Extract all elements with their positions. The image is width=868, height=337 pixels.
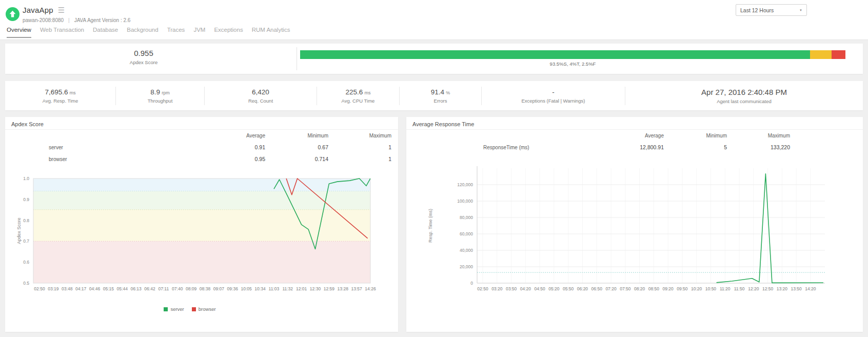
apdex-chart-legend: serverbrowser <box>5 306 374 312</box>
svg-text:05:15: 05:15 <box>103 286 114 291</box>
svg-text:40,000: 40,000 <box>460 248 473 253</box>
tab-database[interactable]: Database <box>93 27 118 38</box>
response-time-stats-table: AverageMinimumMaximumResponseTime (ms)12… <box>406 130 790 153</box>
tab-jvm[interactable]: JVM <box>193 27 205 38</box>
svg-text:11:20: 11:20 <box>720 286 731 291</box>
metric-value: 91.4% <box>431 88 450 96</box>
svg-text:08:50: 08:50 <box>648 286 660 291</box>
metric-value: 6,420 <box>252 88 269 96</box>
tab-background[interactable]: Background <box>127 27 158 38</box>
svg-text:13:50: 13:50 <box>791 286 802 291</box>
svg-text:02:50: 02:50 <box>477 286 488 291</box>
column-header-maximum: Maximum <box>727 130 790 142</box>
svg-text:13:20: 13:20 <box>777 286 788 291</box>
panel-title: Apdex Score <box>11 121 44 127</box>
svg-text:04:20: 04:20 <box>520 286 531 291</box>
legend-item-browser[interactable]: browser <box>192 306 216 312</box>
svg-text:10:20: 10:20 <box>691 286 702 291</box>
svg-text:10:50: 10:50 <box>705 286 717 291</box>
tab-traces[interactable]: Traces <box>167 27 185 38</box>
tab-exceptions[interactable]: Exceptions <box>214 27 243 38</box>
svg-text:06:42: 06:42 <box>144 286 155 291</box>
metric-value: Apr 27, 2016 2:40:48 PM <box>701 88 787 96</box>
menu-icon[interactable]: ☰ <box>58 6 65 14</box>
svg-text:09:20: 09:20 <box>662 286 674 291</box>
avg-response-time-panel: Average Response Time AverageMinimumMaxi… <box>406 117 863 332</box>
apdex-segment-tolerating <box>810 50 832 59</box>
svg-text:09:36: 09:36 <box>227 286 239 291</box>
svg-text:14:26: 14:26 <box>365 286 376 291</box>
svg-text:09:07: 09:07 <box>213 286 225 291</box>
tab-bar: OverviewWeb TransactionDatabaseBackgroun… <box>7 27 290 38</box>
metric-agent-last-communicated: Apr 27, 2016 2:40:48 PMAgent last commun… <box>625 88 863 104</box>
svg-text:04:50: 04:50 <box>534 286 545 291</box>
metric-avg-resp-time: 7,695.6msAvg. Resp. Time <box>5 88 115 104</box>
svg-text:04:46: 04:46 <box>89 286 101 291</box>
svg-text:80,000: 80,000 <box>460 215 473 220</box>
metric-unit: ms <box>70 90 76 95</box>
metric-label: Avg. CPU Time <box>342 98 375 104</box>
svg-text:Resp. Time (ms): Resp. Time (ms) <box>428 209 433 243</box>
svg-text:13:28: 13:28 <box>338 286 349 291</box>
metric-req-count: 6,420Req. Count <box>205 88 317 104</box>
svg-text:07:11: 07:11 <box>159 286 169 291</box>
svg-text:13:57: 13:57 <box>351 286 362 291</box>
browser-maximum: 1 <box>328 153 391 165</box>
svg-text:0.6: 0.6 <box>23 260 29 265</box>
app-title: JavaApp <box>23 6 53 14</box>
svg-text:11:32: 11:32 <box>282 286 293 291</box>
svg-text:09:50: 09:50 <box>677 286 688 291</box>
svg-text:04:17: 04:17 <box>75 286 87 291</box>
svg-text:06:13: 06:13 <box>130 286 142 291</box>
table-corner <box>5 130 202 142</box>
svg-text:03:20: 03:20 <box>491 286 503 291</box>
table-corner <box>406 130 601 142</box>
metric-label: Req. Count <box>248 98 273 104</box>
legend-swatch <box>164 307 168 311</box>
tab-rum-analytics[interactable]: RUM Analytics <box>252 27 290 38</box>
apdex-score-panel: Apdex Score AverageMinimumMaximumserver0… <box>5 117 398 332</box>
app-status-icon <box>6 7 19 21</box>
apdex-distribution-bar[interactable] <box>300 50 845 59</box>
svg-text:08:09: 08:09 <box>186 286 197 291</box>
responsetime-ms-average: 12,800.91 <box>601 142 664 153</box>
chevron-down-icon: ▼ <box>799 9 802 12</box>
metric-errors: 91.4%Errors <box>400 88 481 104</box>
separator: | <box>68 17 70 23</box>
svg-text:120,000: 120,000 <box>457 182 473 187</box>
svg-text:05:44: 05:44 <box>117 286 128 291</box>
app-header: JavaApp ☰ pawan-2008:8080 | JAVA Agent V… <box>0 0 868 40</box>
apdex-distribution-label: 93.5%S, 4%T, 2.5%F <box>300 61 845 67</box>
svg-text:60,000: 60,000 <box>460 231 473 236</box>
metric-unit: rpm <box>162 90 170 95</box>
svg-text:11:50: 11:50 <box>734 286 745 291</box>
responsetime-ms-maximum: 133,220 <box>727 142 790 153</box>
tab-overview[interactable]: Overview <box>7 27 31 38</box>
column-header-minimum: Minimum <box>664 130 727 142</box>
svg-text:0.9: 0.9 <box>23 197 29 202</box>
svg-text:10:34: 10:34 <box>254 286 266 291</box>
tab-web-transaction[interactable]: Web Transaction <box>40 27 84 38</box>
response-time-chart[interactable]: 120,000100,00080,00060,00040,00020,00000… <box>406 164 863 318</box>
divider <box>297 47 297 70</box>
apdex-summary-panel: 0.955 Apdex Score 93.5%S, 4%T, 2.5%F <box>5 44 863 74</box>
svg-text:07:50: 07:50 <box>620 286 631 291</box>
metric-exceptions-fatal-warnings: -Exceptions (Fatal | Warnings) <box>482 88 625 104</box>
metric-value: - <box>552 88 555 96</box>
metric-unit: % <box>446 90 450 95</box>
svg-text:0: 0 <box>470 281 473 286</box>
agent-version-label: JAVA Agent Version : 2.6 <box>74 17 131 23</box>
legend-label: server <box>170 306 184 312</box>
column-header-maximum: Maximum <box>328 130 391 142</box>
panel-title: Average Response Time <box>412 121 474 127</box>
legend-item-server[interactable]: server <box>164 306 184 312</box>
time-range-dropdown[interactable]: Last 12 Hours ▼ <box>736 4 807 16</box>
svg-text:05:20: 05:20 <box>548 286 560 291</box>
apdex-score-label: Apdex Score <box>82 60 205 65</box>
svg-text:08:20: 08:20 <box>634 286 645 291</box>
svg-text:0.7: 0.7 <box>23 239 29 244</box>
svg-text:10:05: 10:05 <box>241 286 252 291</box>
svg-text:02:50: 02:50 <box>34 286 45 291</box>
metric-label: Errors <box>434 98 447 104</box>
apdex-chart[interactable]: 1.00.90.80.70.60.502:5003:1903:4804:1704… <box>5 164 398 318</box>
